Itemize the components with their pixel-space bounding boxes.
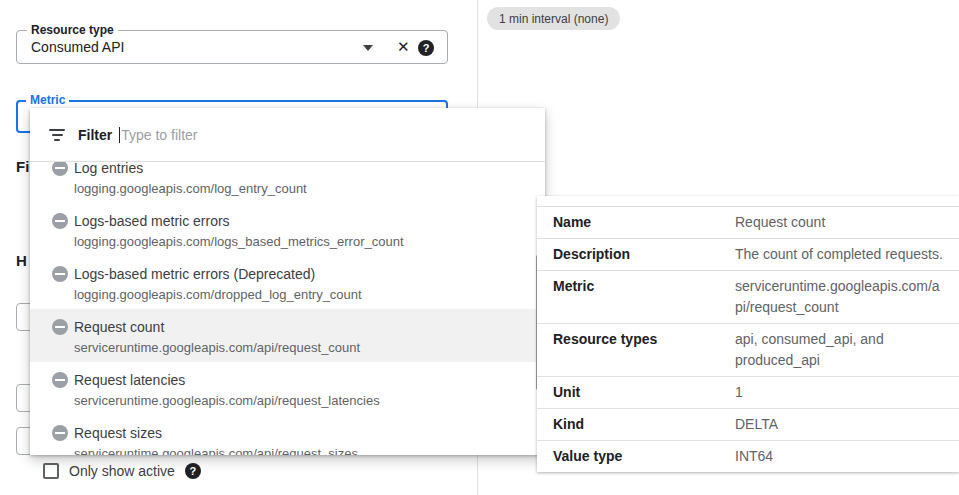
help-icon[interactable]: ? — [418, 40, 434, 56]
metric-list-item[interactable]: Request sizes serviceruntime.googleapis.… — [30, 415, 545, 455]
details-value: Request count — [735, 210, 943, 235]
filter-section-heading: Fi — [16, 158, 29, 175]
details-value: INT64 — [735, 444, 943, 469]
metric-label: Metric — [26, 93, 69, 107]
minus-circle-icon — [52, 266, 68, 282]
only-show-active-row: Only show active ? — [43, 463, 201, 479]
metrics-explorer-screen: 1 min interval (none) Resource type Cons… — [0, 0, 959, 495]
metric-list-item-selected[interactable]: Request count serviceruntime.googleapis.… — [30, 309, 545, 362]
metric-item-title: Request count — [74, 317, 360, 337]
metric-item-path: serviceruntime.googleapis.com/api/reques… — [74, 390, 380, 412]
text-cursor — [119, 127, 120, 143]
metric-item-path: logging.googleapis.com/log_entry_count — [74, 178, 307, 200]
minus-circle-icon — [52, 213, 68, 229]
section-heading: H — [16, 252, 27, 269]
chevron-down-icon[interactable] — [363, 45, 373, 51]
only-show-active-label: Only show active — [69, 463, 175, 479]
details-row: Resource types api, consumed_api, and pr… — [537, 324, 959, 377]
metric-list-item[interactable]: Log entries logging.googleapis.com/log_e… — [30, 162, 545, 203]
filter-label: Filter — [78, 127, 112, 143]
details-label: Resource types — [553, 327, 735, 373]
details-value: api, consumed_api, and produced_api — [735, 327, 943, 373]
filter-icon — [48, 129, 66, 141]
details-label: Metric — [553, 274, 735, 320]
filter-input[interactable]: Type to filter — [121, 127, 197, 143]
metric-item-path: logging.googleapis.com/logs_based_metric… — [74, 231, 404, 253]
metric-item-title: Logs-based metric errors — [74, 211, 404, 231]
minus-circle-icon — [52, 425, 68, 441]
interval-chip[interactable]: 1 min interval (none) — [487, 7, 620, 30]
metric-item-path: serviceruntime.googleapis.com/api/reques… — [74, 443, 358, 455]
metric-list-item[interactable]: Logs-based metric errors logging.googlea… — [30, 203, 545, 256]
details-row: Kind DELTA — [537, 409, 959, 441]
resource-type-value: Consumed API — [31, 39, 124, 55]
details-label: Description — [553, 242, 735, 267]
metric-details-card: Name Request count Description The count… — [537, 196, 959, 472]
metric-list-item[interactable]: Logs-based metric errors (Deprecated) lo… — [30, 256, 545, 309]
metric-item-title: Logs-based metric errors (Deprecated) — [74, 264, 362, 284]
only-show-active-help-icon[interactable]: ? — [185, 463, 201, 479]
metric-list: Log entries logging.googleapis.com/log_e… — [30, 162, 545, 455]
details-value: 1 — [735, 380, 943, 405]
minus-circle-icon — [52, 372, 68, 388]
details-label: Name — [553, 210, 735, 235]
resource-type-field[interactable]: Resource type Consumed API ✕ ? — [16, 30, 448, 64]
details-row: Metric serviceruntime.googleapis.com/api… — [537, 271, 959, 324]
metric-item-path: serviceruntime.googleapis.com/api/reques… — [74, 337, 360, 359]
clear-icon[interactable]: ✕ — [397, 38, 410, 56]
resource-type-label: Resource type — [27, 23, 118, 37]
metric-item-title: Request sizes — [74, 423, 358, 443]
details-row: Description The count of completed reque… — [537, 239, 959, 271]
details-value: DELTA — [735, 412, 943, 437]
metric-item-title: Request latencies — [74, 370, 380, 390]
details-label: Kind — [553, 412, 735, 437]
details-value: serviceruntime.googleapis.com/api/reques… — [735, 274, 943, 320]
details-row: Unit 1 — [537, 377, 959, 409]
metric-item-title: Log entries — [74, 162, 307, 178]
only-show-active-checkbox[interactable] — [43, 463, 59, 479]
details-row: Name Request count — [537, 206, 959, 239]
metric-item-path: logging.googleapis.com/dropped_log_entry… — [74, 284, 362, 306]
minus-circle-icon — [52, 162, 68, 176]
metric-dropdown-panel: Filter Type to filter Log entries loggin… — [30, 108, 545, 455]
minus-circle-icon — [52, 319, 68, 335]
details-label: Value type — [553, 444, 735, 469]
metric-filter-row[interactable]: Filter Type to filter — [30, 108, 545, 162]
details-value: The count of completed requests. — [735, 242, 943, 267]
metric-list-item[interactable]: Request latencies serviceruntime.googlea… — [30, 362, 545, 415]
details-label: Unit — [553, 380, 735, 405]
details-row: Value type INT64 — [537, 441, 959, 472]
